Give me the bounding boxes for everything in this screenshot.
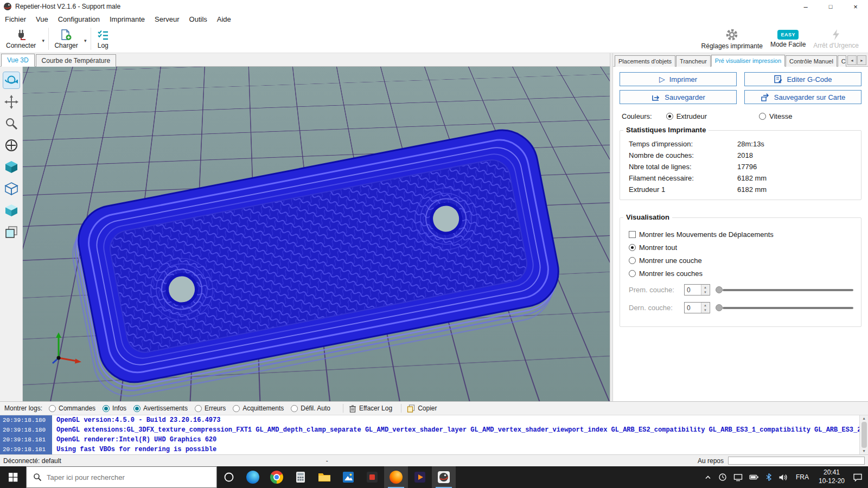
show-single-layer-radio[interactable] xyxy=(629,257,636,264)
pinned-movies-tv[interactable] xyxy=(408,466,432,488)
move-object-tool[interactable] xyxy=(3,94,20,110)
tab-cut-off[interactable]: C xyxy=(838,55,846,67)
layers-icon xyxy=(4,224,19,240)
show-travel-checkbox[interactable] xyxy=(629,231,636,238)
scroll-down-icon[interactable]: ▼ xyxy=(863,449,865,453)
scrollbar-thumb[interactable] xyxy=(861,422,867,448)
spin-up-icon[interactable]: ▲ xyxy=(701,303,709,308)
taskbar-date: 10-12-20 xyxy=(819,477,845,486)
tray-clock-sync[interactable] xyxy=(715,473,730,481)
save-button[interactable]: Sauvegarder xyxy=(620,90,737,104)
edit-gcode-button[interactable]: Editer G-Code xyxy=(744,72,861,86)
slider-thumb[interactable] xyxy=(716,304,723,311)
tab-scroll-buttons: ◄ ► xyxy=(847,55,866,65)
last-layer-input[interactable] xyxy=(685,303,701,313)
tab-controle-manuel[interactable]: Contrôle Manuel xyxy=(786,55,837,67)
printer-settings-button[interactable]: Réglages imprimante xyxy=(698,25,767,53)
pinned-file-explorer[interactable] xyxy=(312,466,336,488)
first-layer-input[interactable] xyxy=(685,285,701,295)
taskbar-clock[interactable]: 20:41 10-12-20 xyxy=(814,468,850,485)
tab-previsualiser-impression[interactable]: Pré visualiser impression xyxy=(711,55,785,67)
tray-volume[interactable] xyxy=(775,473,791,481)
tab-vue-3d[interactable]: Vue 3D xyxy=(1,54,35,67)
windows-taskbar: FRA 20:41 10-12-20 xyxy=(0,466,868,488)
zoom-tool[interactable] xyxy=(3,115,20,132)
log-toggle-acquittements[interactable]: Acquittements xyxy=(233,404,284,412)
pinned-chrome[interactable] xyxy=(265,466,289,488)
spin-down-icon[interactable]: ▼ xyxy=(701,290,709,296)
load-dropdown-caret[interactable]: ▾ xyxy=(82,25,89,53)
tab-scroll-right-button[interactable]: ► xyxy=(857,55,866,65)
menu-serveur[interactable]: Serveur xyxy=(150,14,184,24)
isometric-view-button[interactable] xyxy=(3,159,20,175)
rotate-view-tool[interactable] xyxy=(3,72,20,88)
menu-vue[interactable]: Vue xyxy=(31,14,53,24)
first-layer-slider[interactable] xyxy=(716,286,853,294)
tab-scroll-left-button[interactable]: ◄ xyxy=(847,55,857,65)
tab-courbe-temperature[interactable]: Courbe de Température xyxy=(36,54,117,67)
slider-thumb[interactable] xyxy=(716,286,723,293)
copy-log-button[interactable]: Copier xyxy=(407,404,437,413)
last-layer-slider[interactable] xyxy=(716,304,853,312)
show-all-radio[interactable] xyxy=(629,244,636,251)
pinned-browser[interactable] xyxy=(241,466,265,488)
pinned-app-dark[interactable] xyxy=(360,466,384,488)
log-toggle-defil-auto[interactable]: Défil. Auto xyxy=(291,404,330,412)
log-toggle-button[interactable]: Log xyxy=(93,25,113,53)
tray-battery[interactable] xyxy=(746,473,762,481)
tab-placements-objets[interactable]: Placements d'objets xyxy=(615,55,675,67)
running-repetier-host[interactable] xyxy=(432,466,456,488)
connect-button[interactable]: Connecter xyxy=(2,25,40,53)
pinned-photos[interactable] xyxy=(336,466,360,488)
menu-configuration[interactable]: Configuration xyxy=(53,14,105,24)
spin-down-icon[interactable]: ▼ xyxy=(701,308,709,313)
connect-dropdown-caret[interactable]: ▾ xyxy=(40,25,47,53)
extruder-color-radio[interactable] xyxy=(666,113,673,120)
language-indicator[interactable]: FRA xyxy=(791,473,814,481)
pan-viewport-tool[interactable] xyxy=(3,137,20,153)
log-toggle-avertissements[interactable]: Avertissements xyxy=(133,404,188,412)
calculator-icon xyxy=(295,471,306,484)
menu-fichier[interactable]: Fichier xyxy=(0,14,31,24)
close-button[interactable]: × xyxy=(843,0,868,13)
log-toggle-erreurs[interactable]: Erreurs xyxy=(195,404,226,412)
clock-icon xyxy=(718,473,727,481)
print-button[interactable]: ▷ Imprimer xyxy=(620,72,737,86)
volume-icon xyxy=(778,473,788,481)
search-input[interactable] xyxy=(47,473,199,481)
load-button[interactable]: Charger xyxy=(50,25,81,53)
wireframe-view-button[interactable] xyxy=(3,181,20,197)
log-toggle-commandes[interactable]: Commandes xyxy=(49,404,95,412)
taskbar-search[interactable] xyxy=(26,466,217,488)
first-layer-spinner[interactable]: ▲ ▼ xyxy=(684,284,710,296)
log-toggle-infos[interactable]: Infos xyxy=(103,404,126,412)
start-button[interactable] xyxy=(0,466,26,488)
easy-mode-button[interactable]: EASY Mode Facile xyxy=(767,25,809,53)
3d-viewport[interactable] xyxy=(23,67,610,401)
tray-display[interactable] xyxy=(730,473,746,481)
menu-aide[interactable]: Aide xyxy=(212,14,236,24)
tab-trancheur[interactable]: Trancheur xyxy=(676,55,711,67)
running-firefox[interactable] xyxy=(384,466,408,488)
menu-outils[interactable]: Outils xyxy=(184,14,212,24)
tray-bluetooth[interactable] xyxy=(762,473,775,481)
last-layer-spinner[interactable]: ▲ ▼ xyxy=(684,302,710,313)
log-entry: 20:39:18.180 OpenGL extensions:GL_3DFX_t… xyxy=(0,425,868,435)
save-to-sd-button[interactable]: Sauvegarder sur Carte xyxy=(744,90,861,104)
notification-center-button[interactable] xyxy=(850,473,866,481)
scroll-up-icon[interactable]: ▲ xyxy=(863,416,865,421)
emergency-stop-button[interactable]: Arrêt d'Urgence xyxy=(809,25,863,53)
pinned-calculator[interactable] xyxy=(289,466,312,488)
speed-color-radio[interactable] xyxy=(759,113,766,120)
clear-log-button[interactable]: Effacer Log xyxy=(349,404,392,413)
layer-view-button[interactable] xyxy=(3,224,20,240)
cortana-button[interactable] xyxy=(217,466,241,488)
hidden-icons-chevron[interactable] xyxy=(701,474,715,480)
minimize-button[interactable]: – xyxy=(793,0,818,13)
show-layer-range-radio[interactable] xyxy=(629,270,636,277)
log-scrollbar[interactable]: ▲ ▼ xyxy=(859,415,868,454)
front-view-button[interactable] xyxy=(3,202,20,219)
spin-up-icon[interactable]: ▲ xyxy=(701,285,709,290)
menu-imprimante[interactable]: Imprimante xyxy=(105,14,150,24)
maximize-button[interactable]: □ xyxy=(818,0,843,13)
